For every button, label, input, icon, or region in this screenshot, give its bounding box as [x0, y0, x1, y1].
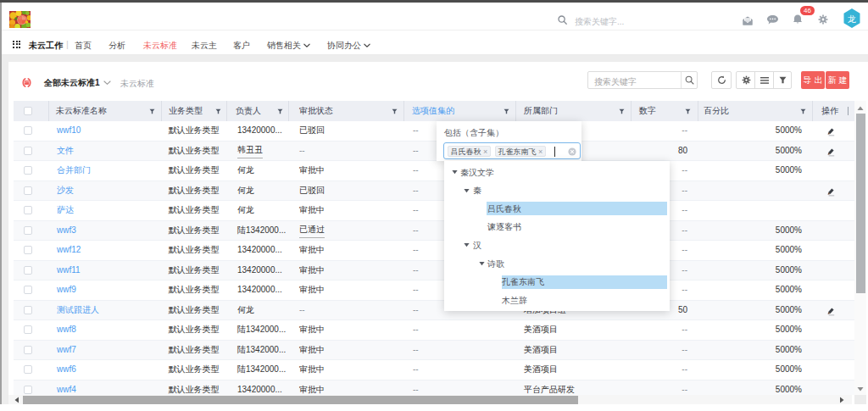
- svg-text:龙: 龙: [848, 14, 856, 24]
